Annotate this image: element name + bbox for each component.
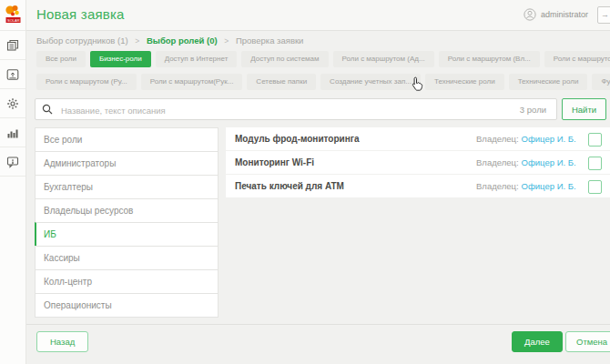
- role-name: Модуль фрод-мониторинга: [235, 127, 359, 150]
- breadcrumb-separator: >: [224, 36, 229, 46]
- monitor-icon: [6, 68, 19, 81]
- filter-chip[interactable]: Сетевые папки: [247, 74, 316, 90]
- category-item-cashiers[interactable]: Кассиры: [35, 246, 219, 270]
- app-window: SOLAR: [0, 0, 610, 364]
- breadcrumb-step-review[interactable]: Проверка заявки: [236, 35, 303, 46]
- owner-label: Владелец:: [476, 134, 519, 144]
- filter-chip[interactable]: Технические роли: [509, 74, 588, 90]
- filter-chip[interactable]: Роли с маршрутом (Ру...: [544, 51, 610, 67]
- page-header: Новая заявка administrator →: [25, 0, 610, 31]
- page-title: Новая заявка: [36, 6, 125, 22]
- sidebar-item-feedback[interactable]: [0, 147, 25, 177]
- search-icon: [42, 104, 53, 115]
- search-input[interactable]: [59, 100, 491, 120]
- role-owner: Владелец:Офицер И. Б.: [476, 151, 576, 174]
- sidebar-item-workstation[interactable]: [0, 60, 25, 89]
- find-button[interactable]: Найти: [562, 98, 606, 120]
- role-checkbox[interactable]: [588, 180, 602, 194]
- filter-chip[interactable]: Роли с маршрутом (Ру...: [36, 74, 137, 90]
- sidebar-item-settings[interactable]: [0, 89, 25, 118]
- breadcrumb-separator: >: [135, 36, 139, 46]
- filter-chip[interactable]: Роли с маршрутом (Ад...: [333, 51, 434, 67]
- logout-button[interactable]: →: [597, 6, 610, 24]
- documents-icon: [6, 39, 19, 52]
- role-row[interactable]: Печать ключей для ATM Владелец:Офицер И.…: [226, 175, 610, 197]
- filter-chip[interactable]: Доступ в Интернет: [156, 51, 238, 67]
- owner-link[interactable]: Офицер И. Б.: [522, 134, 576, 144]
- feedback-icon: [6, 156, 19, 168]
- sidebar-item-reports[interactable]: [0, 118, 25, 147]
- breadcrumb-step-employees[interactable]: Выбор сотрудников (1): [36, 35, 128, 46]
- next-button[interactable]: Далее: [512, 331, 563, 352]
- filter-chip[interactable]: Функциональные рол...: [592, 74, 610, 90]
- sidebar-item-requests[interactable]: [0, 31, 25, 60]
- owner-link[interactable]: Офицер И. Б.: [522, 157, 576, 167]
- role-list: Модуль фрод-мониторинга Владелец:Офицер …: [226, 127, 610, 198]
- category-item-operators[interactable]: Операционисты: [35, 293, 219, 318]
- gear-icon: [6, 97, 19, 110]
- filter-chip[interactable]: Доступ по системам: [241, 51, 328, 67]
- cancel-button[interactable]: Отмена: [565, 331, 610, 352]
- filter-chip-selected[interactable]: Бизнес-роли: [90, 51, 151, 67]
- category-item-call-center[interactable]: Колл-центр: [35, 269, 219, 294]
- search-bar: 3 роли: [35, 98, 557, 120]
- filter-chip[interactable]: Роли с маршрутом (Вл...: [439, 51, 540, 67]
- chart-icon: [6, 126, 19, 139]
- filter-chip[interactable]: Роли с маршрутом(Рук...: [141, 74, 243, 90]
- role-checkbox[interactable]: [588, 157, 602, 170]
- filter-chip-hovered[interactable]: Технические роли: [425, 74, 504, 90]
- category-item-administrators[interactable]: Администраторы: [35, 151, 219, 176]
- category-item-all-roles[interactable]: Все роли: [35, 127, 219, 152]
- sidebar-rail: SOLAR: [0, 0, 26, 364]
- user-menu[interactable]: administrator: [524, 8, 588, 21]
- solar-logo-icon: SOLAR: [3, 4, 23, 27]
- breadcrumb-step-roles[interactable]: Выбор ролей (0): [147, 35, 218, 46]
- role-owner: Владелец:Офицер И. Б.: [476, 175, 576, 197]
- role-name: Печать ключей для ATM: [235, 175, 344, 197]
- category-item-ib-selected[interactable]: ИБ: [35, 222, 219, 247]
- category-item-accountants[interactable]: Бухгалтеры: [35, 175, 219, 199]
- user-icon: [524, 8, 536, 21]
- owner-link[interactable]: Офицер И. Б.: [522, 181, 576, 191]
- category-list: Все роли Администраторы Бухгалтеры Владе…: [35, 127, 219, 318]
- category-item-resource-owners[interactable]: Владельцы ресурсов: [35, 198, 219, 223]
- app-logo[interactable]: SOLAR: [0, 0, 25, 31]
- back-button[interactable]: Назад: [36, 331, 88, 352]
- filter-chip[interactable]: Создание учетных зап...: [320, 74, 421, 90]
- filter-chip[interactable]: Все роли: [36, 51, 86, 67]
- footer-divider: [25, 324, 610, 325]
- role-row[interactable]: Мониторинг Wi-Fi Владелец:Офицер И. Б.: [226, 151, 610, 174]
- role-name: Мониторинг Wi-Fi: [235, 151, 314, 174]
- owner-label: Владелец:: [476, 181, 519, 191]
- user-name: administrator: [541, 10, 588, 19]
- filter-chip-row-2: Роли с маршрутом (Ру... Роли с маршрутом…: [36, 74, 610, 90]
- role-checkbox[interactable]: [588, 133, 602, 147]
- owner-label: Владелец:: [476, 157, 519, 167]
- svg-text:SOLAR: SOLAR: [7, 17, 20, 22]
- breadcrumb: Выбор сотрудников (1) > Выбор ролей (0) …: [36, 35, 303, 46]
- role-owner: Владелец:Офицер И. Б.: [476, 127, 576, 150]
- role-row[interactable]: Модуль фрод-мониторинга Владелец:Офицер …: [226, 127, 610, 150]
- filter-chip-row-1: Все роли Бизнес-роли Доступ в Интернет Д…: [36, 51, 610, 67]
- result-count: 3 роли: [520, 105, 546, 115]
